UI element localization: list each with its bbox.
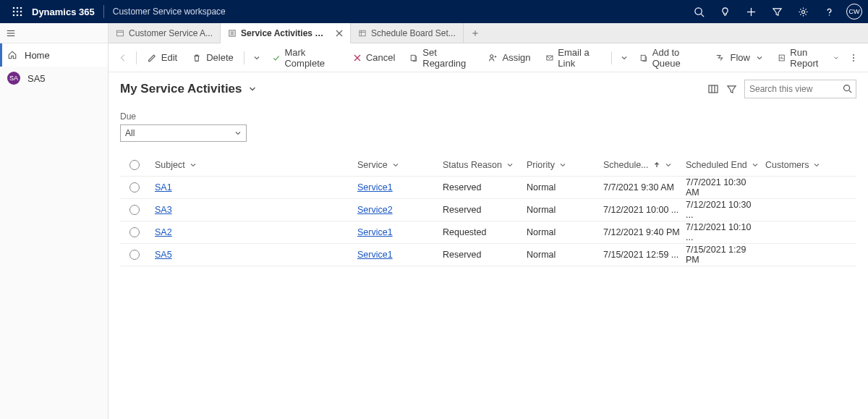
svg-line-49 <box>849 90 851 93</box>
svg-point-44 <box>853 59 854 61</box>
table-row[interactable]: SA3Service2ReservedNormal7/12/2021 10:00… <box>120 199 856 221</box>
sidebar: Home SA SA5 <box>0 23 109 419</box>
top-right-icons: CW <box>687 0 862 23</box>
view-selector[interactable]: My Service Activities <box>120 82 257 96</box>
svg-point-2 <box>20 7 22 9</box>
service-link[interactable]: Service1 <box>357 227 393 237</box>
subject-link[interactable]: SA3 <box>155 205 172 215</box>
status-cell: Requested <box>443 227 527 237</box>
cmd-label: Cancel <box>366 52 395 63</box>
tab-icon <box>228 29 237 38</box>
chevron-down-icon <box>813 161 820 169</box>
set-regarding-button[interactable]: Set Regarding <box>404 48 479 68</box>
lightbulb-icon[interactable] <box>713 0 736 23</box>
col-service[interactable]: Service <box>357 160 443 170</box>
app-launcher-icon[interactable] <box>6 0 29 23</box>
priority-cell: Normal <box>527 250 603 260</box>
filter-icon[interactable] <box>765 0 788 23</box>
search-icon[interactable] <box>842 83 853 94</box>
col-subject[interactable]: Subject <box>155 160 357 170</box>
svg-point-48 <box>844 85 850 91</box>
email-link-button[interactable]: Email a Link <box>540 48 608 68</box>
table-row[interactable]: SA5Service1ReservedNormal7/15/2021 12:59… <box>120 244 856 266</box>
cmd-label: Add to Queue <box>652 47 702 69</box>
select-all[interactable] <box>120 160 155 170</box>
due-dropdown[interactable]: All <box>120 124 247 142</box>
status-cell: Reserved <box>443 205 527 215</box>
priority-cell: Normal <box>527 205 603 215</box>
flow-button[interactable]: Flow <box>710 48 768 68</box>
tab-icon <box>116 29 124 38</box>
edit-button[interactable]: Edit <box>141 48 183 68</box>
close-icon[interactable] <box>336 30 343 37</box>
table-row[interactable]: SA1Service1ReservedNormal7/7/2021 9:30 A… <box>120 177 856 199</box>
chevron-down-icon <box>190 161 197 169</box>
content-area: My Service Activities <box>109 72 868 419</box>
filter-icon[interactable] <box>726 84 737 95</box>
gear-icon[interactable] <box>791 0 814 23</box>
more-commands-icon[interactable] <box>846 53 862 63</box>
back-button[interactable] <box>114 53 132 63</box>
col-customers[interactable]: Customers <box>765 160 845 170</box>
tab-schedule-board[interactable]: Schedule Board Set... <box>351 23 464 43</box>
chevron-down-icon <box>248 85 257 93</box>
table-row[interactable]: SA2Service1RequestedNormal7/12/2021 9:40… <box>120 221 856 244</box>
service-link[interactable]: Service2 <box>357 205 393 215</box>
row-select[interactable] <box>120 227 155 237</box>
command-bar: Edit Delete Mark Complete Cancel Set Reg… <box>109 43 868 72</box>
start-cell: 7/15/2021 12:59 ... <box>603 250 686 260</box>
email-link-split-chevron[interactable] <box>618 54 631 62</box>
search-input[interactable] <box>745 84 856 94</box>
svg-rect-34 <box>412 55 416 60</box>
brand-label: Dynamics 365 <box>32 7 95 17</box>
edit-columns-icon[interactable] <box>707 83 719 95</box>
avatar-initials: CW <box>849 8 860 15</box>
cmd-label: Flow <box>730 52 749 63</box>
svg-rect-37 <box>641 55 645 60</box>
row-select[interactable] <box>120 250 155 260</box>
sidebar-item-home[interactable]: Home <box>0 43 108 67</box>
sidebar-item-sa5[interactable]: SA SA5 <box>0 67 108 90</box>
col-scheduled-start[interactable]: Schedule... <box>603 160 686 170</box>
service-link[interactable]: Service1 <box>357 182 393 192</box>
service-link[interactable]: Service1 <box>357 250 393 260</box>
col-scheduled-end[interactable]: Scheduled End <box>686 160 765 170</box>
new-tab-button[interactable] <box>464 23 487 43</box>
avatar[interactable]: CW <box>846 4 862 20</box>
svg-point-5 <box>20 11 22 13</box>
mark-complete-button[interactable]: Mark Complete <box>266 48 344 68</box>
top-bar: Dynamics 365 Customer Service workspace … <box>0 0 868 23</box>
help-icon[interactable] <box>817 0 841 23</box>
subject-link[interactable]: SA5 <box>155 250 172 260</box>
start-cell: 7/7/2021 9:30 AM <box>603 182 686 192</box>
add-to-queue-button[interactable]: Add to Queue <box>634 48 707 68</box>
cmd-label: Assign <box>502 52 530 63</box>
tab-service-activities[interactable]: Service Activities My Ser... <box>221 23 351 43</box>
tab-customer-service[interactable]: Customer Service A... <box>109 23 221 43</box>
cancel-button[interactable]: Cancel <box>347 48 401 68</box>
search-input-wrapper <box>744 80 856 98</box>
plus-icon[interactable] <box>739 0 762 23</box>
subject-link[interactable]: SA1 <box>155 182 172 192</box>
hamburger-icon[interactable] <box>6 28 16 38</box>
delete-button[interactable]: Delete <box>186 48 239 68</box>
chevron-down-icon <box>559 161 566 169</box>
delete-split-chevron[interactable] <box>250 54 263 62</box>
cmd-label: Delete <box>206 52 234 63</box>
divider <box>244 51 244 64</box>
col-status[interactable]: Status Reason <box>443 160 527 170</box>
search-icon[interactable] <box>687 0 710 23</box>
svg-point-3 <box>13 11 15 13</box>
svg-rect-19 <box>117 30 124 36</box>
run-report-button[interactable]: Run Report <box>772 48 846 68</box>
row-select[interactable] <box>120 182 155 192</box>
col-priority[interactable]: Priority <box>527 160 603 170</box>
tab-strip: Customer Service A... Service Activities… <box>109 23 868 43</box>
svg-point-1 <box>17 7 19 9</box>
subject-link[interactable]: SA2 <box>155 227 172 237</box>
assign-button[interactable]: Assign <box>482 48 536 68</box>
cmd-label: Edit <box>161 52 177 63</box>
row-select[interactable] <box>120 205 155 215</box>
chevron-down-icon <box>665 161 672 169</box>
svg-line-10 <box>701 14 704 17</box>
